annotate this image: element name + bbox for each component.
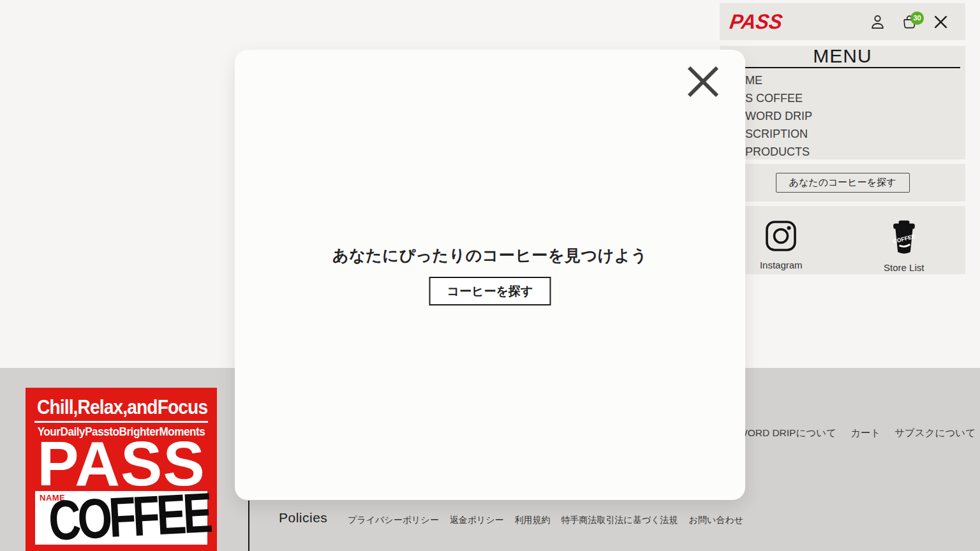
footer-link-subscription[interactable]: サブスクについて: [895, 427, 976, 440]
drawer-header: PASS 30: [720, 3, 965, 40]
menu-title: MENU: [720, 47, 965, 66]
store-list-label: Store List: [884, 262, 924, 273]
policy-link-commerce-law[interactable]: 特手商法取引法に基づく法規: [561, 515, 678, 526]
brand-logo-card: Chill,Relax,andFocus YourDailyPasstoBrig…: [26, 388, 217, 551]
policies-divider-line: [248, 501, 249, 551]
modal-close-icon[interactable]: [685, 64, 721, 99]
instagram-label: Instagram: [760, 260, 803, 270]
policies-links: プライバシーポリシー 返金ポリシー 利用規約 特手商法取引法に基づく法規 お問い…: [348, 515, 743, 526]
policy-link-terms[interactable]: 利用規約: [515, 515, 551, 526]
header-brand-logo[interactable]: PASS: [728, 10, 783, 34]
modal-title: あなたにぴったりのコーヒーを見つけよう: [235, 245, 745, 266]
logo-coffee-text: COFFEE: [47, 481, 198, 551]
page-background: Chill,Relax,andFocus YourDailyPasstoBrig…: [0, 0, 980, 551]
footer-link-cart[interactable]: カート: [850, 427, 880, 440]
find-your-coffee-button[interactable]: あなたのコーヒーを探す: [776, 173, 910, 193]
policy-link-refund[interactable]: 返金ポリシー: [450, 515, 504, 526]
coffee-cup-icon: COFFEE: [890, 219, 918, 258]
coffee-finder-modal: あなたにぴったりのコーヒーを見つけよう コーヒーを探す: [235, 50, 745, 500]
social-panel: Instagram COFFEE Store List: [720, 206, 965, 274]
logo-tagline-1: Chill,Relax,andFocus: [37, 395, 205, 419]
menu-item-subscription[interactable]: SCRIPTION: [720, 125, 965, 143]
menu-list: ME S COFFEE WORD DRIP SCRIPTION PRODUCTS: [720, 71, 965, 161]
cart-icon[interactable]: 30: [901, 13, 918, 31]
policies-title: Policies: [279, 510, 327, 525]
menu-item-pass-coffee[interactable]: S COFFEE: [720, 89, 965, 107]
account-icon[interactable]: [869, 13, 886, 31]
search-coffee-button[interactable]: コーヒーを探す: [429, 277, 551, 305]
menu-underline: [725, 67, 960, 68]
instagram-icon: [764, 219, 798, 255]
cart-count-badge: 30: [910, 11, 924, 25]
menu-item-products[interactable]: PRODUCTS: [720, 143, 965, 161]
policy-link-privacy[interactable]: プライバシーポリシー: [348, 515, 439, 526]
store-list-link[interactable]: COFFEE Store List: [843, 206, 966, 274]
logo-name-tag: NAME COFFEE: [35, 491, 207, 545]
menu-item-home[interactable]: ME: [720, 71, 965, 89]
drawer-close-icon[interactable]: [933, 14, 949, 30]
logo-divider: [34, 421, 208, 423]
policy-link-contact[interactable]: お問い合わせ: [689, 515, 743, 526]
header-icons: 30: [869, 13, 949, 31]
menu-item-keyword-drip[interactable]: WORD DRIP: [720, 107, 965, 125]
menu-panel: MENU ME S COFFEE WORD DRIP SCRIPTION PRO…: [720, 46, 965, 159]
find-coffee-panel: あなたのコーヒーを探す: [720, 164, 965, 202]
footer-nav: WORD DRIPについて カート サブスクについて: [738, 427, 976, 440]
footer-link-keyword-drip[interactable]: WORD DRIPについて: [738, 427, 836, 440]
